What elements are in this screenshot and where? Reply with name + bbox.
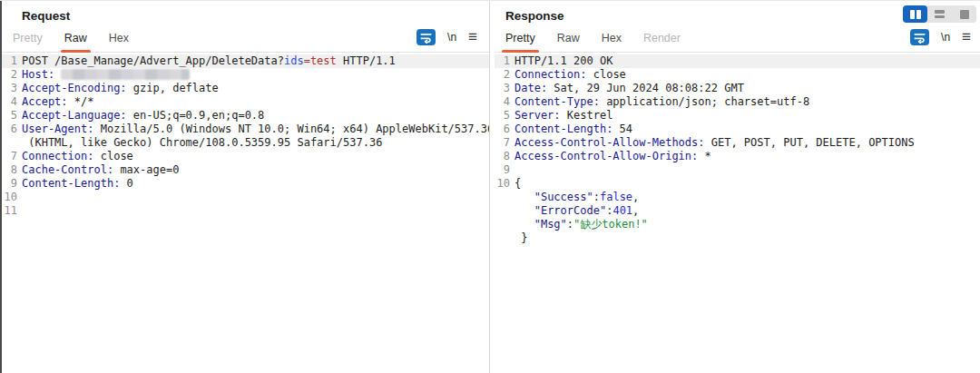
redacted-host-value bbox=[61, 69, 190, 80]
word-wrap-icon bbox=[914, 32, 926, 44]
line-number: 7 bbox=[495, 136, 510, 150]
code-line: 1POST /Base_Manage/Advert_App/DeleteData… bbox=[2, 54, 489, 68]
code-line: 7Connection: close bbox=[2, 150, 489, 163]
tab-request-raw[interactable]: Raw bbox=[54, 26, 98, 52]
line-number bbox=[2, 136, 17, 150]
line-number: 11 bbox=[2, 204, 17, 218]
columns-layout-button[interactable] bbox=[903, 5, 927, 23]
line-number: 4 bbox=[495, 95, 510, 109]
code-line: (KHTML, like Gecko) Chrome/108.0.5359.95… bbox=[2, 136, 489, 150]
code-line: 2Connection: close bbox=[495, 68, 980, 82]
single-pane-layout-button[interactable] bbox=[952, 5, 976, 23]
code-line: "Success":false, bbox=[495, 191, 980, 204]
request-panel: Request Pretty Raw Hex \n ≡ 1POST /Base_… bbox=[2, 1, 489, 373]
request-header: Request Pretty Raw Hex \n ≡ bbox=[2, 1, 489, 53]
line-number: 5 bbox=[495, 109, 510, 123]
line-number: 2 bbox=[495, 68, 510, 82]
rows-layout-icon bbox=[935, 10, 945, 18]
tab-response-render[interactable]: Render bbox=[632, 26, 691, 52]
rows-layout-button[interactable] bbox=[927, 5, 952, 23]
response-toolbar: \n ≡ bbox=[910, 29, 971, 45]
line-number bbox=[495, 218, 510, 231]
hamburger-menu-icon[interactable]: ≡ bbox=[962, 31, 971, 44]
request-tabs: Pretty Raw Hex bbox=[2, 26, 140, 52]
code-line: 9Content-Length: 0 bbox=[2, 177, 489, 191]
code-line: 4Accept: */* bbox=[2, 95, 489, 109]
code-line: 8Cache-Control: max-age=0 bbox=[2, 163, 489, 177]
code-line: 3Date: Sat, 29 Jun 2024 08:08:22 GMT bbox=[495, 82, 980, 95]
tab-request-hex[interactable]: Hex bbox=[98, 26, 140, 52]
word-wrap-icon bbox=[420, 32, 432, 44]
code-line: 6User-Agent: Mozilla/5.0 (Windows NT 10.… bbox=[2, 123, 489, 136]
response-editor[interactable]: 1HTTP/1.1 200 OK2Connection: close3Date:… bbox=[495, 53, 980, 245]
code-line: 1HTTP/1.1 200 OK bbox=[495, 54, 980, 68]
code-line: 10{ bbox=[495, 177, 980, 191]
line-number: 9 bbox=[495, 163, 510, 177]
tab-response-hex[interactable]: Hex bbox=[591, 26, 632, 52]
code-line: 11 bbox=[2, 204, 489, 218]
code-line: 6Content-Length: 54 bbox=[495, 123, 980, 136]
hamburger-menu-icon[interactable]: ≡ bbox=[468, 31, 477, 44]
line-number: 5 bbox=[2, 109, 17, 123]
tab-request-pretty[interactable]: Pretty bbox=[2, 26, 54, 52]
code-line: 7Access-Control-Allow-Methods: GET, POST… bbox=[495, 136, 980, 150]
response-title: Response bbox=[505, 9, 564, 23]
line-number: 2 bbox=[2, 68, 17, 82]
line-number: 6 bbox=[2, 123, 17, 136]
columns-layout-icon bbox=[910, 10, 921, 19]
code-line: 5Server: Kestrel bbox=[495, 109, 980, 123]
line-number bbox=[495, 204, 510, 218]
line-number: 1 bbox=[2, 54, 17, 68]
line-number: 10 bbox=[2, 191, 17, 204]
panel-divider[interactable] bbox=[489, 1, 490, 373]
newline-toggle-icon[interactable]: \n bbox=[941, 31, 950, 44]
newline-toggle-icon[interactable]: \n bbox=[447, 31, 456, 44]
code-line: 10 bbox=[2, 191, 489, 204]
code-line: } bbox=[495, 231, 980, 245]
single-pane-layout-icon bbox=[960, 10, 969, 19]
tab-response-raw[interactable]: Raw bbox=[546, 26, 591, 52]
line-number: 3 bbox=[495, 82, 510, 95]
code-line: "Msg":"缺少token!" bbox=[495, 218, 980, 231]
line-number: 8 bbox=[2, 163, 17, 177]
tab-response-pretty[interactable]: Pretty bbox=[495, 26, 546, 52]
line-number bbox=[495, 191, 510, 204]
line-number bbox=[495, 231, 510, 245]
code-line: "ErrorCode":401, bbox=[495, 204, 980, 218]
word-wrap-button[interactable] bbox=[910, 29, 929, 45]
request-toolbar: \n ≡ bbox=[416, 29, 477, 45]
http-message-viewer: Request Pretty Raw Hex \n ≡ 1POST /Base_… bbox=[0, 0, 980, 373]
line-number: 10 bbox=[495, 177, 510, 191]
line-number: 7 bbox=[2, 150, 17, 163]
line-number: 9 bbox=[2, 177, 17, 191]
code-line: 5Accept-Language: en-US;q=0.9,en;q=0.8 bbox=[2, 109, 489, 123]
line-number: 4 bbox=[2, 95, 17, 109]
code-line: 2Host: bbox=[2, 68, 489, 82]
response-tabs: Pretty Raw Hex Render bbox=[495, 26, 691, 52]
line-number: 6 bbox=[495, 123, 510, 136]
code-line: 3Accept-Encoding: gzip, deflate bbox=[2, 82, 489, 95]
code-line: 8Access-Control-Allow-Origin: * bbox=[495, 150, 980, 163]
word-wrap-button[interactable] bbox=[416, 29, 436, 45]
request-editor[interactable]: 1POST /Base_Manage/Advert_App/DeleteData… bbox=[2, 53, 489, 218]
line-number: 3 bbox=[2, 82, 17, 95]
request-title: Request bbox=[22, 9, 70, 23]
line-number: 1 bbox=[495, 54, 510, 68]
response-panel: Response Pretty Raw Hex Render \n ≡ bbox=[495, 1, 980, 373]
code-line: 4Content-Type: application/json; charset… bbox=[495, 95, 980, 109]
line-number: 8 bbox=[495, 150, 510, 163]
layout-toggle-group bbox=[903, 5, 976, 23]
code-line: 9 bbox=[495, 163, 980, 177]
